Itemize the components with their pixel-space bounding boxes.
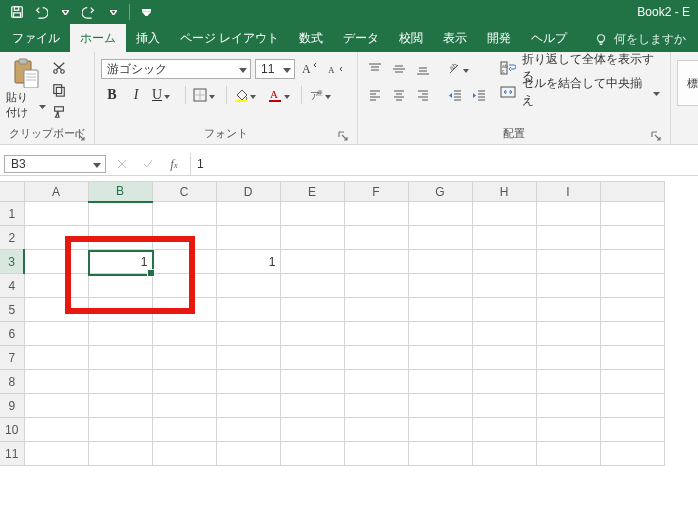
cell-C6[interactable] xyxy=(152,322,216,346)
name-box[interactable]: B3 xyxy=(4,155,106,173)
cell-E11[interactable] xyxy=(280,442,344,466)
tab-file[interactable]: ファイル xyxy=(2,24,70,52)
cell-F6[interactable] xyxy=(344,322,408,346)
cell-G6[interactable] xyxy=(408,322,472,346)
cell-D4[interactable] xyxy=(216,274,280,298)
cell-E7[interactable] xyxy=(280,346,344,370)
row-header-7[interactable]: 7 xyxy=(0,346,24,370)
phonetic-guide-button[interactable]: ア亜 xyxy=(306,84,338,106)
customize-qat-button[interactable] xyxy=(135,1,157,23)
cell-E4[interactable] xyxy=(280,274,344,298)
font-name-combo[interactable]: 游ゴシック xyxy=(101,59,251,79)
cell-extra[interactable] xyxy=(600,226,664,250)
cell-E6[interactable] xyxy=(280,322,344,346)
cell-A10[interactable] xyxy=(24,418,88,442)
cell-F7[interactable] xyxy=(344,346,408,370)
cell-H6[interactable] xyxy=(472,322,536,346)
cell-I2[interactable] xyxy=(536,226,600,250)
cell-I10[interactable] xyxy=(536,418,600,442)
borders-button[interactable] xyxy=(190,84,222,106)
cell-D11[interactable] xyxy=(216,442,280,466)
cell-B5[interactable] xyxy=(88,298,152,322)
cell-B7[interactable] xyxy=(88,346,152,370)
col-header-C[interactable]: C xyxy=(152,182,216,202)
cell-D3[interactable]: 1 xyxy=(216,250,280,274)
cell-extra[interactable] xyxy=(600,202,664,226)
cell-C7[interactable] xyxy=(152,346,216,370)
cell-extra[interactable] xyxy=(600,394,664,418)
cell-A5[interactable] xyxy=(24,298,88,322)
tab-help[interactable]: ヘルプ xyxy=(521,24,577,52)
cell-H2[interactable] xyxy=(472,226,536,250)
cell-C5[interactable] xyxy=(152,298,216,322)
cell-A4[interactable] xyxy=(24,274,88,298)
copy-button[interactable] xyxy=(48,80,70,100)
row-header-1[interactable]: 1 xyxy=(0,202,24,226)
increase-indent-button[interactable] xyxy=(468,84,490,106)
cell-F8[interactable] xyxy=(344,370,408,394)
tab-home[interactable]: ホーム xyxy=(70,24,126,52)
cell-F9[interactable] xyxy=(344,394,408,418)
tab-developer[interactable]: 開発 xyxy=(477,24,521,52)
merge-center-button[interactable]: セルを結合して中央揃え xyxy=(496,82,664,102)
cell-I5[interactable] xyxy=(536,298,600,322)
col-header-A[interactable]: A xyxy=(24,182,88,202)
col-header-E[interactable]: E xyxy=(280,182,344,202)
align-left-button[interactable] xyxy=(364,84,386,106)
cell-B8[interactable] xyxy=(88,370,152,394)
cell-I11[interactable] xyxy=(536,442,600,466)
cell-C1[interactable] xyxy=(152,202,216,226)
row-header-2[interactable]: 2 xyxy=(0,226,24,250)
bold-button[interactable]: B xyxy=(101,84,123,106)
cell-extra[interactable] xyxy=(600,274,664,298)
cell-I7[interactable] xyxy=(536,346,600,370)
cell-F3[interactable] xyxy=(344,250,408,274)
cell-H3[interactable] xyxy=(472,250,536,274)
alignment-dialog-launcher[interactable] xyxy=(650,130,662,142)
decrease-indent-button[interactable] xyxy=(444,84,466,106)
cell-B11[interactable] xyxy=(88,442,152,466)
cell-F1[interactable] xyxy=(344,202,408,226)
cell-G4[interactable] xyxy=(408,274,472,298)
orientation-button[interactable]: ab xyxy=(444,58,476,80)
cell-H5[interactable] xyxy=(472,298,536,322)
row-header-3[interactable]: 3 xyxy=(0,250,24,274)
cell-extra[interactable] xyxy=(600,346,664,370)
cell-I1[interactable] xyxy=(536,202,600,226)
align-middle-button[interactable] xyxy=(388,58,410,80)
row-header-10[interactable]: 10 xyxy=(0,418,24,442)
cell-G2[interactable] xyxy=(408,226,472,250)
cell-I4[interactable] xyxy=(536,274,600,298)
redo-history-dropdown[interactable] xyxy=(102,1,124,23)
cell-H9[interactable] xyxy=(472,394,536,418)
cancel-formula-button[interactable] xyxy=(110,153,134,175)
cell-B3[interactable]: 1 xyxy=(88,250,152,274)
cell-extra[interactable] xyxy=(600,298,664,322)
cell-G8[interactable] xyxy=(408,370,472,394)
cell-D5[interactable] xyxy=(216,298,280,322)
tab-formulas[interactable]: 数式 xyxy=(289,24,333,52)
row-header-8[interactable]: 8 xyxy=(0,370,24,394)
cell-A9[interactable] xyxy=(24,394,88,418)
align-top-button[interactable] xyxy=(364,58,386,80)
cell-A1[interactable] xyxy=(24,202,88,226)
select-all-corner[interactable] xyxy=(0,182,24,202)
cell-C11[interactable] xyxy=(152,442,216,466)
cell-I9[interactable] xyxy=(536,394,600,418)
tab-insert[interactable]: 挿入 xyxy=(126,24,170,52)
tab-view[interactable]: 表示 xyxy=(433,24,477,52)
col-header-G[interactable]: G xyxy=(408,182,472,202)
tab-review[interactable]: 校閲 xyxy=(389,24,433,52)
cell-E9[interactable] xyxy=(280,394,344,418)
cell-B4[interactable] xyxy=(88,274,152,298)
insert-function-button[interactable]: fx xyxy=(162,153,186,175)
cell-D8[interactable] xyxy=(216,370,280,394)
format-painter-button[interactable] xyxy=(48,102,70,122)
cell-G3[interactable] xyxy=(408,250,472,274)
align-center-button[interactable] xyxy=(388,84,410,106)
row-header-4[interactable]: 4 xyxy=(0,274,24,298)
underline-button[interactable]: U xyxy=(149,84,181,106)
font-color-button[interactable]: A xyxy=(265,84,297,106)
formula-input[interactable]: 1 xyxy=(190,153,698,175)
col-header-extra[interactable] xyxy=(600,182,664,202)
